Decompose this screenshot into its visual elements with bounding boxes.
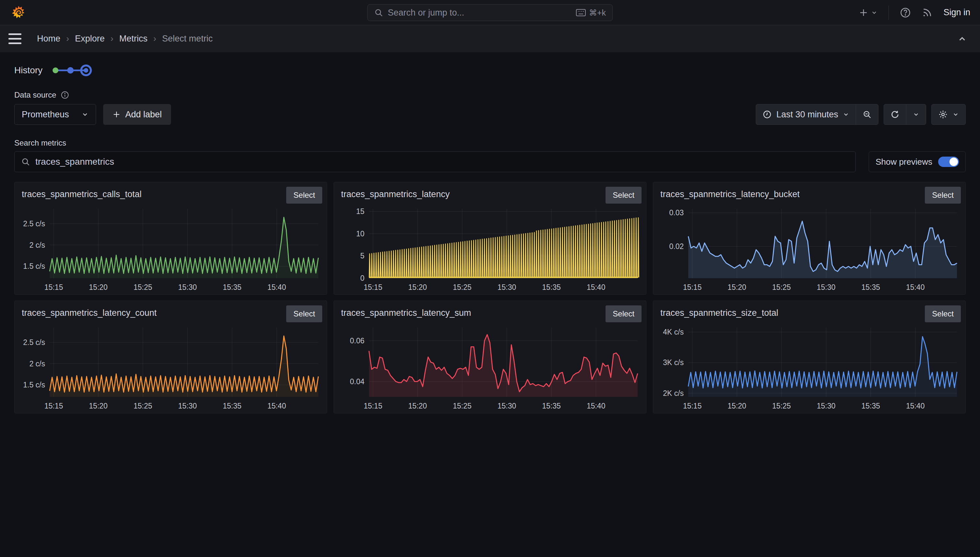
- history-timeline[interactable]: [51, 63, 96, 78]
- svg-text:4K c/s: 4K c/s: [663, 328, 684, 336]
- select-metric-button[interactable]: Select: [606, 187, 642, 204]
- svg-text:0.03: 0.03: [669, 208, 684, 217]
- timeseries-chart: 15:1515:2015:2515:3015:3515:402.5 c/s2 c…: [16, 324, 323, 411]
- select-metric-button[interactable]: Select: [286, 305, 322, 322]
- metric-panel: traces_spanmetrics_size_total Select 15:…: [653, 301, 966, 414]
- chevron-down-icon: [82, 111, 88, 118]
- history-step-start: [52, 67, 59, 73]
- svg-text:15:30: 15:30: [497, 402, 516, 410]
- metric-panel: traces_spanmetrics_latency_sum Select 15…: [333, 301, 647, 414]
- svg-text:15:20: 15:20: [89, 283, 108, 292]
- global-search-input[interactable]: Search or jump to... ⌘+k: [368, 4, 612, 21]
- svg-text:15:35: 15:35: [542, 402, 561, 410]
- metric-search-input[interactable]: [35, 156, 849, 167]
- breadcrumb-select-metric: Select metric: [162, 34, 213, 44]
- plus-icon: [859, 8, 868, 18]
- new-menu-button[interactable]: [859, 8, 877, 18]
- svg-text:15:35: 15:35: [223, 283, 242, 292]
- datasource-picker[interactable]: Prometheus: [14, 104, 96, 125]
- mega-menu-toggle[interactable]: [8, 33, 29, 44]
- metric-panel: traces_spanmetrics_latency Select 15:151…: [333, 182, 647, 295]
- svg-text:15:15: 15:15: [683, 283, 702, 292]
- metric-panel: traces_spanmetrics_latency_count Select …: [14, 301, 327, 414]
- select-metric-button[interactable]: Select: [925, 187, 961, 204]
- svg-text:15: 15: [356, 207, 364, 216]
- chevron-right-icon: ›: [154, 34, 157, 44]
- metric-search-box: [14, 151, 856, 172]
- svg-text:5: 5: [360, 252, 364, 260]
- zoom-out-time-button[interactable]: [856, 104, 879, 125]
- select-metric-button[interactable]: Select: [606, 305, 642, 322]
- breadcrumb-explore[interactable]: Explore: [75, 34, 105, 44]
- help-button[interactable]: [900, 7, 911, 18]
- select-metric-button[interactable]: Select: [286, 187, 322, 204]
- time-range-value: Last 30 minutes: [776, 109, 838, 120]
- svg-text:15:40: 15:40: [267, 402, 286, 410]
- grafana-logo-icon[interactable]: [11, 5, 26, 20]
- timeseries-chart: 15:1515:2015:2515:3015:3515:404K c/s3K c…: [655, 324, 962, 411]
- timeseries-chart: 15:1515:2015:2515:3015:3515:402.5 c/s2 c…: [16, 205, 323, 292]
- add-label-button[interactable]: Add label: [103, 104, 171, 125]
- svg-text:15:20: 15:20: [408, 283, 427, 292]
- svg-text:15:15: 15:15: [364, 402, 382, 410]
- svg-text:2K c/s: 2K c/s: [663, 389, 684, 397]
- search-shortcut: ⌘+k: [589, 8, 606, 18]
- svg-text:15:40: 15:40: [587, 402, 606, 410]
- metric-panel: traces_spanmetrics_calls_total Select 15…: [14, 182, 327, 295]
- svg-text:15:40: 15:40: [267, 283, 286, 292]
- panel-title: traces_spanmetrics_size_total: [660, 308, 778, 318]
- history-label: History: [14, 65, 42, 75]
- refresh-icon: [890, 110, 900, 119]
- panel-title: traces_spanmetrics_latency_count: [22, 308, 157, 318]
- timeseries-chart: 15:1515:2015:2515:3015:3515:40151050: [336, 205, 643, 292]
- breadcrumb: Home › Explore › Metrics › Select metric: [37, 34, 213, 44]
- settings-button[interactable]: [931, 104, 966, 125]
- show-previews-control: Show previews: [869, 151, 966, 172]
- zoom-out-icon: [862, 110, 872, 119]
- svg-text:10: 10: [356, 230, 364, 238]
- history-row: History: [14, 63, 966, 78]
- svg-text:2 c/s: 2 c/s: [29, 241, 45, 249]
- time-range-picker[interactable]: Last 30 minutes: [756, 104, 856, 125]
- chevron-down-icon: [843, 111, 849, 118]
- svg-text:3K c/s: 3K c/s: [663, 358, 684, 367]
- search-icon: [21, 157, 30, 166]
- select-metric-button[interactable]: Select: [925, 305, 961, 322]
- chevron-down-icon: [952, 111, 959, 118]
- gear-icon: [938, 109, 948, 119]
- breadcrumb-home[interactable]: Home: [37, 34, 60, 44]
- svg-text:15:25: 15:25: [772, 402, 791, 410]
- metric-panel-grid: traces_spanmetrics_calls_total Select 15…: [14, 182, 966, 414]
- search-metrics-label: Search metrics: [14, 138, 966, 148]
- svg-text:15:30: 15:30: [817, 283, 836, 292]
- svg-text:0.04: 0.04: [350, 377, 364, 386]
- svg-text:15:25: 15:25: [772, 283, 791, 292]
- info-icon[interactable]: [61, 91, 69, 99]
- svg-text:15:20: 15:20: [728, 402, 746, 410]
- datasource-label: Data source: [14, 90, 56, 99]
- keyboard-icon: [576, 9, 586, 16]
- clock-icon: [763, 110, 772, 119]
- svg-text:15:40: 15:40: [906, 402, 925, 410]
- panel-title: traces_spanmetrics_latency_bucket: [660, 189, 800, 199]
- news-button[interactable]: [922, 7, 932, 18]
- breadcrumb-metrics[interactable]: Metrics: [119, 34, 148, 44]
- chevron-right-icon: ›: [66, 34, 69, 44]
- refresh-button[interactable]: [884, 104, 906, 125]
- collapse-header-button[interactable]: [957, 34, 967, 44]
- svg-text:15:20: 15:20: [89, 402, 108, 410]
- svg-text:0.06: 0.06: [350, 337, 364, 345]
- svg-text:15:20: 15:20: [408, 402, 427, 410]
- svg-text:15:20: 15:20: [728, 283, 746, 292]
- svg-text:15:35: 15:35: [861, 283, 880, 292]
- panel-title: traces_spanmetrics_calls_total: [22, 189, 142, 199]
- search-icon: [374, 8, 383, 17]
- show-previews-toggle[interactable]: [938, 156, 959, 167]
- svg-text:15:35: 15:35: [542, 283, 561, 292]
- refresh-interval-button[interactable]: [906, 104, 926, 125]
- timeseries-chart: 15:1515:2015:2515:3015:3515:400.030.02: [655, 205, 962, 292]
- history-step-mid: [67, 67, 74, 73]
- svg-text:15:35: 15:35: [223, 402, 242, 410]
- sign-in-button[interactable]: Sign in: [943, 7, 970, 18]
- plus-icon: [112, 110, 121, 119]
